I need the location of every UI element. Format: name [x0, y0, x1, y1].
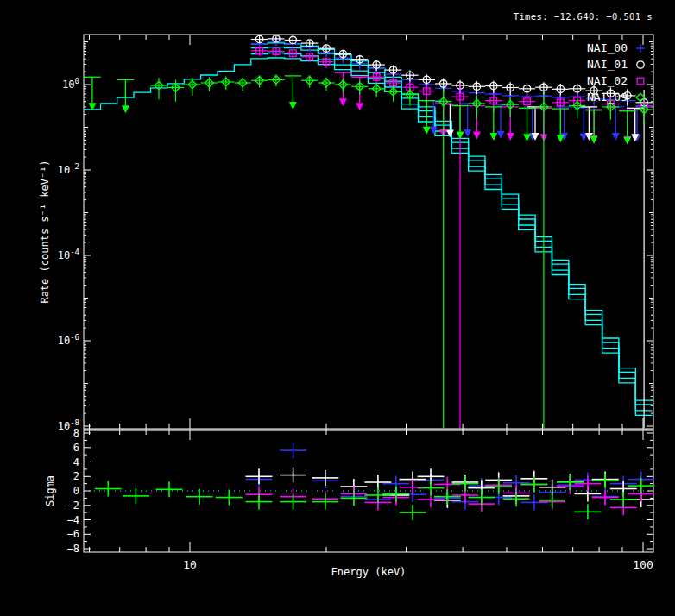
sigma-tick-label: −4	[67, 514, 79, 526]
down-arrow-icon	[623, 137, 631, 145]
square-marker	[637, 78, 644, 85]
down-arrow-icon	[473, 131, 481, 139]
legend-label-NAI_09: NAI_09	[587, 91, 628, 104]
down-arrow-icon	[339, 98, 347, 106]
main-panel-frame	[84, 35, 653, 429]
down-arrow-icon	[289, 102, 297, 110]
sigma-tick-label: 0	[73, 485, 79, 497]
down-arrow-icon	[430, 127, 438, 135]
spectral-fit-window: Times: −12.640: −0.501 s 1010010010-210-…	[0, 0, 675, 616]
sigma-tick-label: −6	[67, 528, 79, 540]
x-axis-label: Energy (keV)	[331, 566, 407, 578]
down-arrow-icon	[122, 105, 129, 113]
count-spectrum-plot: 1010010010-210-410-610-886420−2−4−6−8Ene…	[0, 0, 675, 616]
sigma-axis-label: Sigma	[44, 475, 56, 506]
y-axis-label: Rate (counts s⁻¹ keV⁻¹)	[39, 160, 51, 303]
y-tick-label: 10-2	[58, 162, 79, 176]
y-tick-label: 100	[62, 77, 79, 91]
sigma-tick-label: 6	[73, 442, 79, 454]
sigma-tick-label: −2	[67, 500, 79, 512]
down-arrow-icon	[497, 131, 505, 139]
sigma-tick-label: 2	[73, 470, 79, 482]
down-arrow-icon	[612, 133, 620, 141]
model-histogram-3	[84, 58, 653, 415]
sigma-tick-label: 8	[73, 427, 79, 439]
down-arrow-icon	[557, 135, 565, 142]
down-arrow-icon	[356, 103, 363, 110]
x-tick-label: 100	[633, 558, 653, 571]
plus-marker	[636, 44, 645, 53]
down-arrow-icon	[489, 133, 497, 141]
legend: NAI_00NAI_01NAI_02NAI_09	[587, 41, 645, 104]
down-arrow-icon	[423, 127, 431, 135]
y-tick-label: 10-6	[58, 333, 79, 347]
x-tick-label: 10	[183, 558, 197, 571]
down-arrow-icon	[507, 133, 514, 141]
down-arrow-icon	[590, 136, 598, 144]
legend-label-NAI_02: NAI_02	[587, 74, 628, 87]
sigma-tick-label: 4	[73, 456, 79, 468]
legend-label-NAI_00: NAI_00	[587, 41, 628, 54]
circle-marker	[637, 61, 644, 68]
sigma-tick-label: −8	[67, 543, 79, 555]
down-arrow-icon	[523, 134, 531, 141]
y-tick-label: 10-4	[58, 248, 79, 261]
series-NAI_01	[246, 35, 655, 508]
legend-label-NAI_01: NAI_01	[587, 58, 628, 71]
down-arrow-icon	[464, 129, 471, 137]
down-arrow-icon	[446, 130, 454, 138]
